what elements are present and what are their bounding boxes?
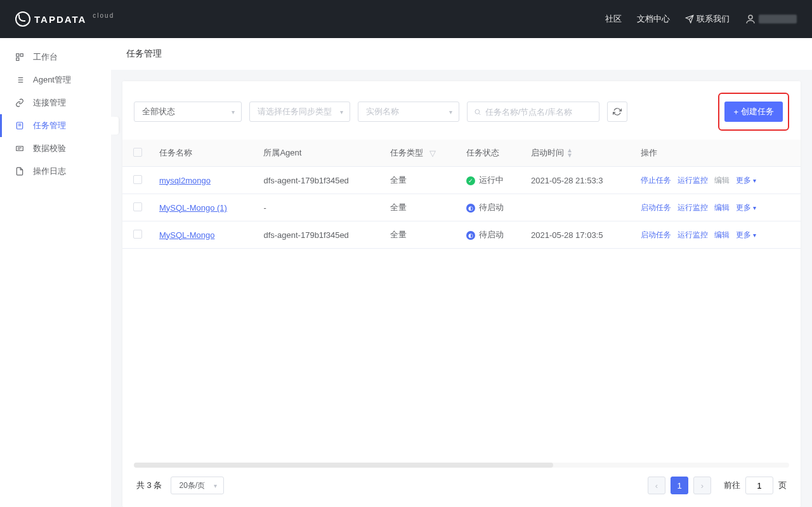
goto-suffix: 页 [778, 480, 787, 491]
page-size-select[interactable]: 20条/页 ▾ [171, 477, 224, 494]
create-task-button[interactable]: + 创建任务 [724, 102, 783, 122]
plus-icon: + [733, 107, 738, 117]
main-area: 任务管理 全部状态 ▾ 请选择任务同步类型 ▾ 实例名称 ▾ [111, 38, 812, 507]
action-more[interactable]: 更多 ▾ [736, 175, 756, 186]
create-task-highlight: + 创建任务 [718, 93, 789, 131]
col-agent: 所属Agent [257, 140, 384, 167]
sort-icon: ▲▼ [566, 148, 573, 158]
action-edit[interactable]: 编辑 [714, 202, 730, 213]
sidebar-item-log[interactable]: 操作日志 [0, 160, 111, 183]
task-table: 任务名称 所属Agent 任务类型▽ 任务状态 启动时间▲▼ 操作 mysql2… [122, 140, 801, 249]
sidebar-item-label: 任务管理 [33, 120, 66, 131]
row-checkbox[interactable] [133, 202, 142, 211]
svg-line-17 [479, 113, 480, 114]
table-row: MySQL-Mongodfs-agent-179b1f345ed全量◐待启动20… [122, 221, 801, 249]
status-select[interactable]: 全部状态 ▾ [134, 102, 242, 122]
sidebar-item-task[interactable]: 任务管理 [0, 114, 111, 137]
instance-select[interactable]: 实例名称 ▾ [358, 102, 459, 122]
action-monitor[interactable]: 运行监控 [678, 202, 708, 213]
sync-type-select[interactable]: 请选择任务同步类型 ▾ [249, 102, 350, 122]
svg-rect-3 [16, 58, 19, 60]
sidebar-item-verify[interactable]: 数据校验 [0, 137, 111, 160]
link-icon [15, 98, 24, 107]
action-primary[interactable]: 停止任务 [641, 175, 671, 186]
chevron-down-icon: ▾ [449, 109, 452, 115]
sidebar-item-label: Agent管理 [33, 74, 71, 86]
start-time-cell: 2021-05-28 21:53:3 [525, 167, 634, 194]
filter-icon[interactable]: ▽ [429, 148, 436, 158]
user-menu[interactable] [745, 13, 797, 25]
chevron-down-icon: ▾ [340, 109, 343, 115]
search-field[interactable] [467, 102, 599, 122]
user-icon [745, 13, 756, 25]
chevron-down-icon: ▾ [753, 232, 756, 239]
app-header: TAPDATA cloud 社区 文档中心 联系我们 [0, 0, 812, 38]
nav-docs[interactable]: 文档中心 [637, 13, 670, 25]
task-name-link[interactable]: MySQL-Mongo (1) [159, 203, 227, 213]
task-name-link[interactable]: MySQL-Mongo [159, 230, 214, 240]
start-time-cell [525, 194, 634, 221]
sidebar: 工作台 Agent管理 连接管理 任务管理 数据校验 操作日志 [0, 38, 111, 507]
list-icon [15, 76, 24, 84]
task-name-link[interactable]: mysql2mongo [159, 176, 211, 185]
action-primary[interactable]: 启动任务 [641, 230, 671, 240]
nav-community[interactable]: 社区 [605, 13, 622, 25]
sidebar-item-label: 操作日志 [33, 166, 66, 177]
row-checkbox[interactable] [133, 175, 142, 184]
prev-page-button[interactable]: ‹ [648, 477, 665, 494]
log-icon [15, 167, 24, 176]
action-more[interactable]: 更多 ▾ [736, 202, 756, 213]
logo-icon [15, 11, 30, 27]
agent-cell: - [257, 194, 384, 221]
agent-cell: dfs-agent-179b1f345ed [257, 221, 384, 249]
goto-page-input[interactable] [745, 477, 773, 494]
chevron-down-icon: ▾ [753, 204, 756, 211]
search-input[interactable] [485, 107, 593, 117]
action-monitor[interactable]: 运行监控 [678, 230, 708, 240]
start-time-cell: 2021-05-28 17:03:5 [525, 221, 634, 249]
action-more[interactable]: 更多 ▾ [736, 230, 756, 240]
type-cell: 全量 [384, 167, 459, 194]
active-tab-indicator [111, 117, 119, 135]
verify-icon [15, 144, 24, 153]
page-number-button[interactable]: 1 [671, 477, 688, 494]
refresh-button[interactable] [607, 102, 627, 122]
status-cell: ◐待启动 [460, 221, 525, 249]
content-card: 全部状态 ▾ 请选择任务同步类型 ▾ 实例名称 ▾ [122, 81, 801, 507]
horizontal-scrollbar[interactable] [134, 463, 789, 468]
table-row: MySQL-Mongo (1)-全量◐待启动启动任务运行监控编辑更多 ▾ [122, 194, 801, 221]
svg-point-16 [475, 109, 480, 114]
select-all-checkbox[interactable] [133, 148, 142, 157]
action-primary[interactable]: 启动任务 [641, 202, 671, 213]
refresh-icon [613, 107, 622, 116]
pagination: 共 3 条 20条/页 ▾ ‹ 1 › 前往 页 [122, 468, 801, 507]
svg-rect-13 [16, 147, 23, 151]
status-cell: ◐待启动 [460, 194, 525, 221]
table-row: mysql2mongodfs-agent-179b1f345ed全量✓运行中20… [122, 167, 801, 194]
nav-contact[interactable]: 联系我们 [685, 13, 730, 25]
sidebar-item-workbench[interactable]: 工作台 [0, 46, 111, 69]
chevron-down-icon: ▾ [232, 109, 235, 115]
action-monitor[interactable]: 运行监控 [678, 175, 708, 186]
status-icon: ◐ [466, 204, 475, 213]
search-icon [474, 108, 481, 116]
status-icon: ✓ [466, 176, 475, 185]
chevron-down-icon: ▾ [214, 482, 217, 489]
next-page-button[interactable]: › [693, 477, 711, 494]
sidebar-item-connection[interactable]: 连接管理 [0, 91, 111, 114]
status-icon: ◐ [466, 231, 475, 240]
svg-rect-2 [20, 54, 23, 56]
svg-point-0 [749, 15, 752, 19]
action-edit[interactable]: 编辑 [714, 175, 730, 186]
col-name: 任务名称 [153, 140, 257, 167]
col-start-time[interactable]: 启动时间▲▼ [525, 140, 634, 167]
sidebar-item-label: 工作台 [33, 51, 58, 63]
page-title: 任务管理 [111, 38, 812, 70]
brand-suffix: cloud [93, 12, 114, 19]
brand-logo: TAPDATA cloud [15, 11, 114, 27]
col-status: 任务状态 [460, 140, 525, 167]
chevron-down-icon: ▾ [753, 177, 756, 184]
action-edit[interactable]: 编辑 [714, 230, 730, 240]
row-checkbox[interactable] [133, 230, 142, 239]
sidebar-item-agent[interactable]: Agent管理 [0, 69, 111, 91]
